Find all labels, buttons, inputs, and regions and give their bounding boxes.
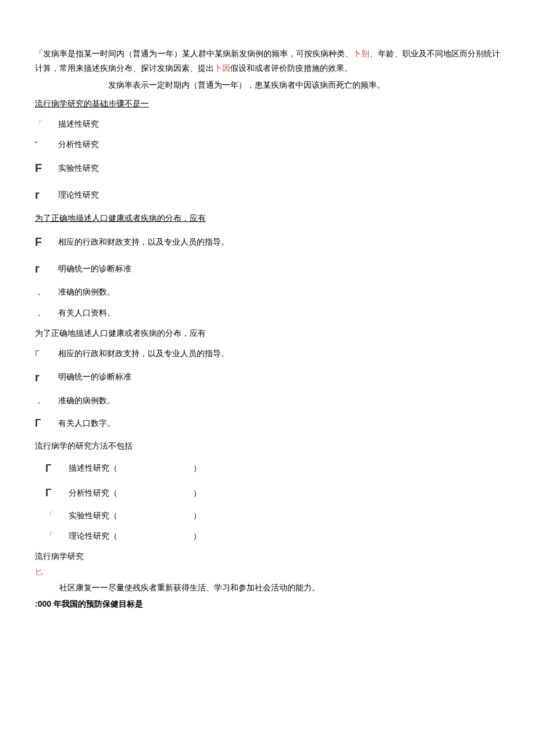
option-marker: “ <box>35 137 58 152</box>
option-marker: F <box>35 231 58 252</box>
option-text-post: ） <box>193 463 201 472</box>
intro-p1-d: 卜因 <box>214 63 230 73</box>
option-text: 有关人口数字。 <box>58 416 115 431</box>
intro-p1-a: 「发病率是指某一时间内（普通为一年）某人群中某病新发病例的频率，可按疾病种类、 <box>35 49 353 58</box>
q2-stem: 为了正确地描述人口健康或者疾病的分布，应有 <box>35 211 500 225</box>
q2-option-a[interactable]: F 相应的行政和财政支持，以及专业人员的指导。 <box>35 231 500 252</box>
option-marker: r <box>35 367 58 388</box>
option-marker: Г <box>35 414 58 432</box>
option-marker: ， <box>35 393 58 408</box>
option-text: 描述性研究 <box>58 117 99 131</box>
option-marker: ， <box>35 285 58 299</box>
option-text: 明确统一的诊断标准 <box>58 261 131 276</box>
q2-option-b[interactable]: r 明确统一的诊断标准 <box>35 258 500 279</box>
option-text: 分析性研究（） <box>69 486 201 500</box>
option-text: 明确统一的诊断标准 <box>58 370 131 384</box>
option-text: 有关人口资料。 <box>58 306 115 320</box>
option-text: 准确的病例数。 <box>58 393 115 408</box>
option-text-post: ） <box>193 531 201 540</box>
option-text-pre: 描述性研究（ <box>69 463 117 472</box>
option-text: 分析性研究 <box>58 137 99 152</box>
q4-option-b[interactable]: Г 分析性研究（） <box>45 483 500 502</box>
option-marker: 「 <box>45 529 69 543</box>
q4-option-a[interactable]: Г 描述性研究（） <box>45 459 500 478</box>
q3-option-b[interactable]: r 明确统一的诊断标准 <box>35 367 500 388</box>
tail-p3: 社区康复一一尽量使残疾者重新获得生活、学习和参加社会活动的能力。 <box>35 581 500 595</box>
option-marker: 「 <box>35 117 58 131</box>
q3-option-a[interactable]: Г 相应的行政和财政支持，以及专业人员的指导。 <box>35 346 500 361</box>
option-text: 理论性研究（） <box>69 529 201 543</box>
option-text-pre: 实验性研究（ <box>69 511 117 520</box>
q4-option-d[interactable]: 「 理论性研究（） <box>45 529 500 543</box>
intro-para-2: 发病率表示一定时期内（普通为一年），患某疾病者中因该病而死亡的频率。 <box>35 78 500 92</box>
tail-p1: 流行病学研究 <box>35 549 500 564</box>
option-text: 相应的行政和财政支持，以及专业人员的指导。 <box>58 235 229 249</box>
option-text-pre: 理论性研究（ <box>69 531 117 540</box>
option-marker: ， <box>35 306 58 320</box>
option-text-pre: 分析性研究（ <box>69 488 117 497</box>
option-marker: r <box>35 258 58 279</box>
q4-option-c[interactable]: 「 实验性研究（） <box>45 508 500 523</box>
q3-stem: 为了正确地描述人口健康或者疾病的分布，应有 <box>35 326 500 341</box>
option-marker: Г <box>35 346 58 361</box>
option-marker: Г <box>45 483 69 502</box>
tail-p2: 匕 <box>35 565 500 579</box>
option-marker: Г <box>45 459 69 478</box>
q4-stem: 流行病学的研究方法不包括 <box>35 439 500 453</box>
q3-option-d[interactable]: Г 有关人口数字。 <box>35 414 500 432</box>
option-text-post: ） <box>193 488 201 497</box>
option-text: 描述性研究（） <box>69 461 201 475</box>
intro-p1-b: 卜别 <box>353 49 369 58</box>
tail-p4: :000 年我国的预防保健目标是 <box>35 597 500 611</box>
option-text: 实验性研究（） <box>69 508 201 523</box>
intro-para-1: 「发病率是指某一时间内（普通为一年）某人群中某病新发病例的频率，可按疾病种类、卜… <box>35 46 500 76</box>
option-marker: F <box>35 157 58 178</box>
q1-option-c[interactable]: F 实验性研究 <box>35 157 500 178</box>
option-marker: r <box>35 184 58 205</box>
option-marker: 「 <box>45 508 69 523</box>
option-text: 实验性研究 <box>58 161 99 175</box>
q2-option-d[interactable]: ， 有关人口资料。 <box>35 306 500 320</box>
q1-stem: 流行病学研究的基础步骤不是一 <box>35 96 500 111</box>
q1-option-a[interactable]: 「 描述性研究 <box>35 117 500 131</box>
option-text: 理论性研究 <box>58 188 99 202</box>
option-text: 准确的病例数。 <box>58 285 115 299</box>
q1-option-d[interactable]: r 理论性研究 <box>35 184 500 205</box>
q3-option-c[interactable]: ， 准确的病例数。 <box>35 393 500 408</box>
option-text: 相应的行政和财政支持，以及专业人员的指导。 <box>58 346 229 361</box>
q2-option-c[interactable]: ， 准确的病例数。 <box>35 285 500 299</box>
q1-option-b[interactable]: “ 分析性研究 <box>35 137 500 152</box>
intro-p1-e: 假设和或者评价防疫措施的效果。 <box>230 63 352 73</box>
option-text-post: ） <box>193 511 201 520</box>
